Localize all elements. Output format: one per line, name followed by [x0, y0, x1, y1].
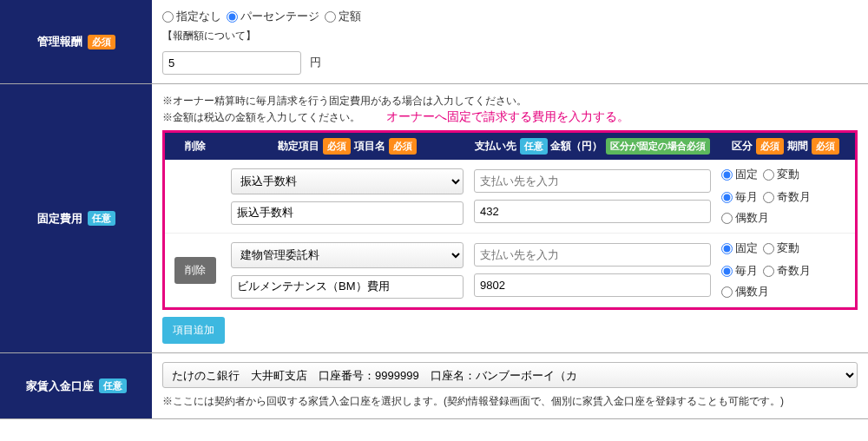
radio-kikan-monthly[interactable] [721, 192, 733, 203]
th-options: 区分 必須 期間 必須 [716, 133, 855, 161]
fee-type-radio-group: 指定なし パーセンテージ 定額 [162, 9, 858, 24]
account-select[interactable]: 振込手数料 [231, 168, 464, 194]
badge-required: 必須 [88, 35, 115, 49]
item-name-input[interactable] [231, 201, 464, 225]
radio-fee-fixed[interactable] [325, 11, 336, 23]
radio-kikan-even[interactable] [721, 213, 733, 224]
amount-input[interactable] [474, 200, 711, 223]
fee-note: 【報酬額について】 [162, 28, 858, 44]
delete-button[interactable]: 削除 [174, 257, 216, 284]
badge-optional: 任意 [99, 378, 127, 393]
fixedcost-note2: ※金額は税込の金額を入力してください。 [162, 109, 360, 126]
fixedcost-note1: ※オーナー精算時に毎月請求を行う固定費用がある場合は入力してください。 [162, 93, 858, 109]
payee-input[interactable] [474, 169, 711, 193]
badge-optional: 任意 [88, 211, 115, 226]
th-delete: 削除 [165, 133, 226, 161]
table-row: 振込手数料 固定 変動 毎月 奇数月 [165, 160, 855, 234]
radio-fee-percent[interactable] [227, 11, 238, 23]
radio-kubun-variable[interactable] [763, 243, 774, 254]
radio-kikan-even[interactable] [721, 286, 733, 298]
section-label-account: 家賃入金口座 任意 [0, 353, 152, 418]
account-note: ※ここには契約者から回収する家賃入金口座を選択します。(契約情報登録画面で、個別… [162, 393, 858, 410]
section-label-fee: 管理報酬 必須 [0, 0, 152, 83]
fee-amount-input[interactable] [162, 51, 301, 75]
th-payee: 支払い先 任意 金額（円） 区分が固定の場合必須 [469, 133, 716, 161]
table-row: 削除 建物管理委託料 固定 変動 [165, 234, 855, 307]
th-item: 勘定項目 必須 項目名 必須 [226, 133, 469, 161]
account-select[interactable]: 建物管理委託料 [231, 242, 464, 268]
payee-input[interactable] [474, 243, 711, 267]
radio-fee-none[interactable] [162, 11, 174, 23]
radio-kubun-variable[interactable] [763, 169, 774, 181]
fixedcost-callout: オーナーへ固定で請求する費用を入力する。 [386, 109, 629, 125]
radio-kikan-odd[interactable] [763, 266, 774, 277]
section-label-fixedcost: 固定費用 任意 [0, 84, 152, 352]
radio-kubun-fixed[interactable] [721, 243, 733, 254]
radio-kikan-monthly[interactable] [721, 266, 733, 277]
bank-account-select[interactable]: たけのこ銀行 大井町支店 口座番号：9999999 口座名：バンブーボーイ（カ [162, 362, 858, 388]
amount-input[interactable] [474, 273, 711, 297]
item-name-input[interactable] [231, 275, 464, 299]
radio-kikan-odd[interactable] [763, 192, 774, 203]
fee-unit: 円 [310, 56, 321, 69]
add-item-button[interactable]: 項目追加 [162, 317, 225, 344]
radio-kubun-fixed[interactable] [721, 169, 733, 181]
